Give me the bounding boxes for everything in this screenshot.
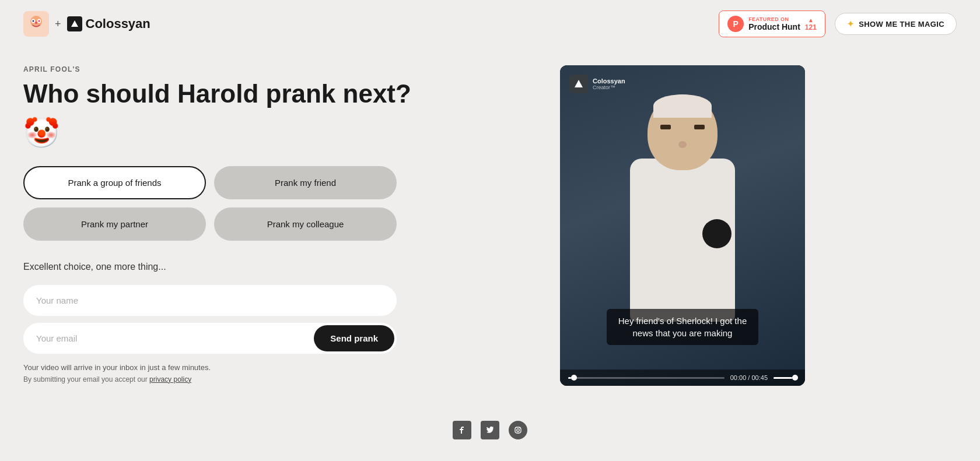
- video-total-time: 00:45: [751, 374, 768, 381]
- harold-left-eye: [660, 125, 671, 129]
- video-background: Colossyan Creator™ Hey friend's of Sherl…: [560, 65, 805, 386]
- harold-logo-icon: [23, 11, 49, 37]
- watermark-icon: [569, 75, 588, 93]
- disclaimer-text: By submitting your email you accept our: [23, 375, 148, 383]
- header: + Colossyan P FEATURED ON Product Hunt ▲…: [0, 0, 980, 48]
- video-watermark: Colossyan Creator™: [569, 75, 625, 93]
- show-magic-button[interactable]: ✦ SHOW ME THE MAGIC: [835, 13, 957, 35]
- video-subtitle: Hey friend's of Sherlock! I got the news…: [607, 309, 758, 345]
- product-hunt-icon: P: [727, 16, 744, 32]
- main-layout: APRIL FOOL'S Who should Harold prank nex…: [0, 48, 980, 409]
- april-fools-label: APRIL FOOL'S: [23, 65, 537, 73]
- harold-right-eye: [694, 125, 705, 129]
- colossyan-icon: [67, 16, 82, 31]
- colossyan-logo[interactable]: Colossyan: [67, 16, 150, 31]
- svg-marker-8: [575, 80, 583, 87]
- volume-bar[interactable]: [774, 377, 797, 379]
- watermark-brand-name: Colossyan: [593, 78, 625, 85]
- volume-thumb: [792, 375, 798, 381]
- volume-fill: [774, 377, 792, 379]
- prank-form: Send prank: [23, 285, 397, 354]
- headline: Who should Harold prank next?: [23, 79, 537, 109]
- avatar-overlay: [702, 219, 732, 248]
- right-panel: Colossyan Creator™ Hey friend's of Sherl…: [560, 65, 805, 386]
- twitter-icon[interactable]: [481, 421, 499, 439]
- harold-eyes: [660, 125, 705, 129]
- harold-nose: [678, 141, 687, 148]
- svg-marker-7: [71, 20, 78, 27]
- clown-emoji: 🤡: [23, 116, 537, 150]
- ph-votes-count: 121: [805, 23, 817, 31]
- watermark-text: Colossyan Creator™: [593, 78, 625, 90]
- choice-label: Excellent choice, one more thing...: [23, 262, 537, 272]
- video-container[interactable]: Colossyan Creator™ Hey friend's of Sherl…: [560, 65, 805, 386]
- colossyan-brand-name: Colossyan: [86, 16, 150, 31]
- harold-collar: [668, 170, 697, 188]
- svg-point-11: [520, 428, 520, 428]
- plus-separator: +: [55, 18, 61, 30]
- prank-friend-button[interactable]: Prank my friend: [214, 166, 397, 199]
- ph-featured-label: FEATURED ON: [748, 16, 800, 22]
- ph-votes-arrow-icon: ▲: [808, 17, 814, 23]
- privacy-policy-link[interactable]: privacy policy: [149, 375, 191, 383]
- email-input[interactable]: [23, 323, 312, 354]
- video-current-time: 00:00: [730, 374, 747, 381]
- email-row: Send prank: [23, 323, 397, 354]
- svg-point-4: [33, 20, 34, 22]
- svg-point-5: [38, 20, 40, 22]
- ph-votes: ▲ 121: [805, 17, 817, 31]
- prank-partner-button[interactable]: Prank my partner: [23, 207, 206, 241]
- svg-point-6: [35, 22, 37, 24]
- video-time-display: 00:00 / 00:45: [730, 374, 768, 381]
- video-time-separator: /: [748, 374, 750, 381]
- video-note: Your video will arrive in your inbox in …: [23, 363, 537, 372]
- facebook-icon[interactable]: [453, 421, 471, 439]
- send-prank-button[interactable]: Send prank: [314, 325, 394, 351]
- svg-point-10: [517, 429, 520, 432]
- social-icons: [0, 421, 980, 439]
- harold-hair: [653, 94, 712, 118]
- instagram-icon[interactable]: [509, 421, 527, 439]
- volume-control[interactable]: [774, 377, 797, 379]
- ph-name-label: Product Hunt: [748, 22, 800, 31]
- watermark-brand-sub: Creator™: [593, 85, 625, 90]
- show-magic-label: SHOW ME THE MAGIC: [859, 20, 944, 29]
- name-input[interactable]: [23, 285, 397, 316]
- prank-options-grid: Prank a group of friends Prank my friend…: [23, 166, 397, 241]
- video-progress-bar[interactable]: [568, 377, 724, 379]
- product-hunt-badge[interactable]: P FEATURED ON Product Hunt ▲ 121: [719, 10, 825, 37]
- progress-thumb: [571, 375, 577, 381]
- video-controls: 00:00 / 00:45: [560, 369, 805, 386]
- footer: [0, 409, 980, 457]
- disclaimer: By submitting your email you accept our …: [23, 375, 537, 383]
- header-actions: P FEATURED ON Product Hunt ▲ 121 ✦ SHOW …: [719, 10, 957, 37]
- harold-head: [648, 94, 718, 170]
- product-hunt-text: FEATURED ON Product Hunt: [748, 16, 800, 31]
- logo-area: + Colossyan: [23, 11, 150, 37]
- left-panel: APRIL FOOL'S Who should Harold prank nex…: [23, 65, 537, 383]
- prank-group-button[interactable]: Prank a group of friends: [23, 166, 206, 199]
- prank-colleague-button[interactable]: Prank my colleague: [214, 207, 397, 241]
- star-icon: ✦: [847, 19, 854, 29]
